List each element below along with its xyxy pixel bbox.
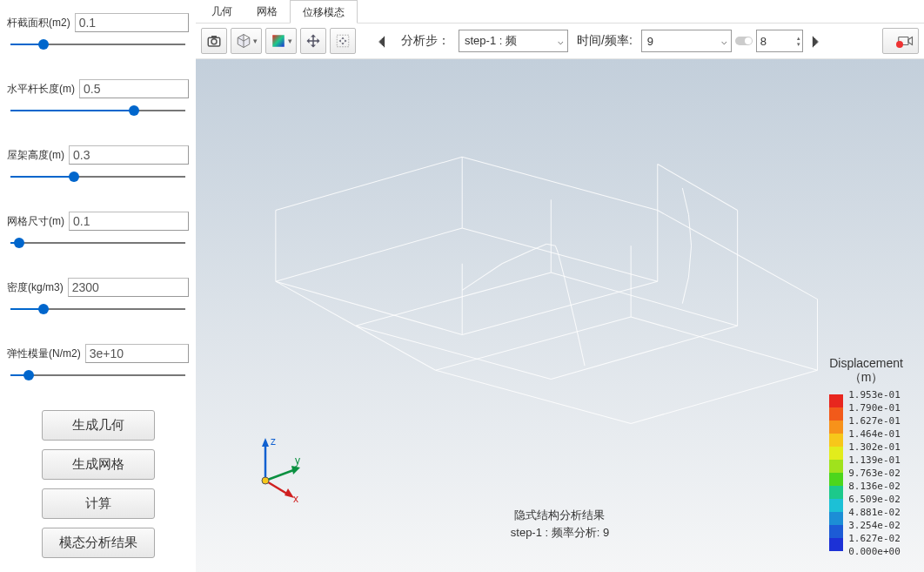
svg-marker-47: [262, 438, 269, 447]
svg-line-45: [682, 277, 688, 304]
toolbar: ▾ ▾ ⏴ 分析步： step-1 : 频 时间/频率: 9 8 ⏵: [196, 24, 924, 59]
svg-line-41: [576, 326, 585, 366]
legend-value: 1.953e-01: [848, 388, 901, 401]
svg-line-8: [276, 281, 462, 334]
time-frequency-label: 时间/频率:: [572, 33, 638, 49]
compute-button[interactable]: 计算: [42, 488, 155, 519]
move-button[interactable]: [330, 28, 356, 54]
param-input-3[interactable]: [69, 212, 189, 231]
svg-point-55: [262, 477, 269, 484]
next-step-button[interactable]: ⏵: [807, 32, 826, 50]
svg-line-16: [356, 273, 552, 326]
svg-line-22: [436, 370, 632, 423]
svg-line-43: [688, 215, 691, 246]
record-button[interactable]: [882, 28, 919, 54]
legend-value: 6.509e-02: [848, 493, 901, 506]
generate-geometry-button[interactable]: 生成几何: [42, 410, 155, 441]
generate-mesh-button[interactable]: 生成网格: [42, 449, 155, 480]
svg-marker-50: [291, 466, 300, 474]
svg-line-20: [436, 317, 632, 370]
animation-toggle[interactable]: [735, 37, 753, 45]
param-slider-1[interactable]: [7, 102, 189, 119]
view-cube-button[interactable]: ▾: [231, 28, 262, 54]
param-label: 屋架高度(m): [7, 148, 64, 163]
viewport-3d[interactable]: z y x 隐式结构分析结果 step-1 : 频率分析: 9 Displace…: [196, 59, 924, 572]
param-label: 网格尺寸(m): [7, 214, 64, 229]
param-slider-0[interactable]: [7, 36, 189, 53]
param-label: 水平杆长度(m): [7, 82, 75, 97]
color-legend: Displacement （m） 1.953e-011.790e-011.627…: [829, 356, 903, 558]
legend-value: 4.881e-02: [848, 506, 901, 519]
svg-line-26: [276, 281, 356, 326]
record-dot-icon: [896, 41, 903, 48]
svg-rect-3: [272, 35, 285, 47]
svg-line-44: [688, 246, 691, 277]
param-slider-2[interactable]: [7, 168, 189, 185]
svg-line-40: [565, 277, 576, 326]
legend-value: 9.763e-02: [848, 467, 901, 480]
screenshot-button[interactable]: [201, 28, 227, 54]
analysis-step-label: 分析步：: [396, 33, 455, 49]
param-label: 弹性模量(N/m2): [7, 347, 81, 361]
svg-line-6: [276, 228, 462, 281]
svg-line-38: [555, 246, 558, 252]
svg-text:x: x: [293, 493, 298, 502]
tab-mesh[interactable]: 网格: [244, 0, 290, 23]
legend-value: 3.254e-02: [848, 519, 901, 532]
colormap-button[interactable]: ▾: [265, 28, 297, 54]
svg-line-34: [462, 264, 502, 291]
svg-rect-2: [211, 36, 217, 38]
param-input-2[interactable]: [69, 145, 189, 165]
analysis-step-select[interactable]: step-1 : 频: [459, 30, 568, 52]
svg-line-14: [276, 157, 462, 210]
sidebar: 杆截面积(m2)水平杆长度(m)屋架高度(m)网格尺寸(m)密度(kg/m3)弹…: [0, 0, 196, 572]
param-input-1[interactable]: [79, 79, 189, 98]
legend-value: 1.790e-01: [848, 401, 901, 414]
svg-line-15: [462, 157, 658, 210]
legend-value: 1.464e-01: [848, 427, 901, 441]
svg-line-19: [551, 326, 737, 379]
axis-triad: z y x: [248, 433, 309, 502]
view-tabs: 几何 网格 位移模态: [196, 0, 924, 24]
param-slider-3[interactable]: [7, 234, 189, 252]
svg-line-17: [551, 273, 737, 326]
param-slider-4[interactable]: [7, 300, 189, 318]
prev-step-button[interactable]: ⏴: [373, 32, 392, 50]
time-frequency-select[interactable]: 9: [641, 30, 732, 52]
chevron-down-icon: ▾: [288, 37, 292, 45]
svg-line-49: [265, 469, 296, 481]
svg-line-39: [558, 253, 564, 278]
svg-rect-4: [337, 35, 349, 47]
svg-line-7: [462, 228, 658, 281]
param-input-5[interactable]: [85, 344, 189, 363]
svg-line-28: [658, 164, 738, 210]
tab-geometry[interactable]: 几何: [199, 0, 244, 23]
legend-value: 1.627e-02: [848, 532, 901, 545]
tab-displacement-mode[interactable]: 位移模态: [290, 0, 358, 24]
svg-line-24: [658, 211, 738, 255]
legend-value: 1.302e-01: [848, 441, 901, 454]
modal-result-button[interactable]: 模态分析结果: [42, 528, 155, 558]
svg-text:z: z: [271, 435, 276, 448]
param-input-4[interactable]: [68, 278, 189, 297]
svg-line-27: [356, 326, 436, 370]
legend-value: 8.136e-02: [848, 480, 901, 493]
svg-line-25: [738, 255, 818, 299]
svg-line-23: [631, 370, 817, 423]
result-caption: 隐式结构分析结果 step-1 : 频率分析: 9: [511, 507, 609, 541]
fit-view-button[interactable]: [300, 28, 326, 54]
svg-line-21: [631, 317, 817, 370]
svg-line-42: [682, 188, 688, 215]
svg-point-1: [211, 39, 217, 44]
svg-line-9: [462, 281, 658, 334]
legend-value: 0.000e+00: [848, 545, 901, 558]
legend-value: 1.139e-01: [848, 454, 901, 467]
chevron-down-icon: ▾: [253, 37, 258, 45]
param-slider-5[interactable]: [7, 367, 189, 384]
svg-text:y: y: [295, 454, 300, 467]
param-label: 密度(kg/m3): [7, 280, 64, 295]
param-input-0[interactable]: [75, 13, 189, 32]
svg-line-18: [356, 326, 552, 379]
legend-value: 1.627e-01: [848, 414, 901, 427]
frame-stepper[interactable]: 8: [756, 30, 803, 52]
